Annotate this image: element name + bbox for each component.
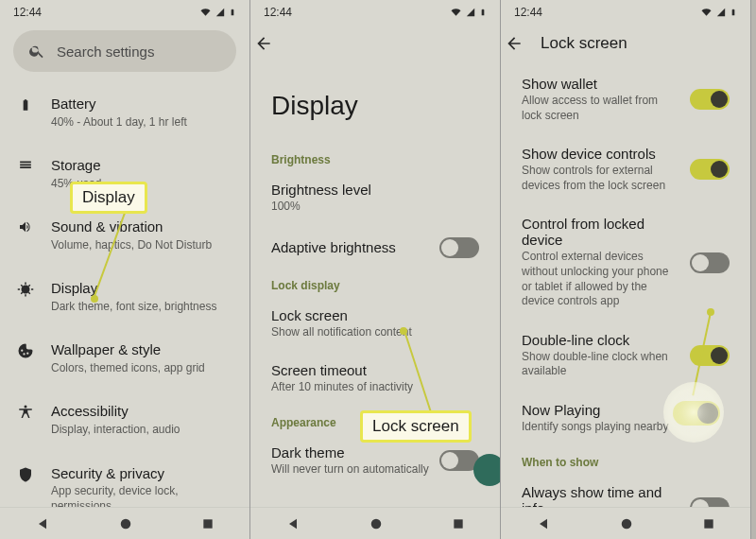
nav-recent-icon[interactable] <box>702 517 715 530</box>
setting-show-device-controls[interactable]: Show device controls Show controls for e… <box>512 134 739 204</box>
section-when-to-show: When to show <box>512 446 739 473</box>
setting-dark-theme[interactable]: Dark theme Will never turn on automatica… <box>262 433 489 489</box>
wifi-icon <box>199 8 212 17</box>
svg-rect-1 <box>204 519 213 528</box>
settings-item-sound[interactable]: Sound & vibration Volume, haptics, Do No… <box>11 204 238 266</box>
svg-point-4 <box>622 518 632 529</box>
header: Lock screen <box>501 25 750 59</box>
setting-sub: Show controls for external devices from … <box>522 164 680 193</box>
setting-title: Always show time and info <box>522 484 680 507</box>
nav-bar <box>250 507 500 539</box>
item-title: Accessibility <box>51 402 232 421</box>
status-time: 12:44 <box>13 6 42 19</box>
storage-icon <box>17 158 34 171</box>
toggle-double-line-clock[interactable] <box>690 345 730 366</box>
item-sub: Dark theme, font size, brightness <box>51 300 232 315</box>
nav-home-icon[interactable] <box>620 517 633 530</box>
page-title: Lock screen <box>541 34 627 53</box>
setting-sub: Allow access to wallet from lock screen <box>522 94 680 123</box>
status-icons <box>450 7 487 18</box>
setting-adaptive-brightness[interactable]: Adaptive brightness <box>262 226 489 270</box>
wifi-icon <box>450 8 462 17</box>
item-title: Wallpaper & style <box>51 340 232 359</box>
setting-brightness-level[interactable]: Brightness level 100% <box>262 170 489 226</box>
nav-bar <box>501 507 750 539</box>
accessibility-icon <box>17 404 34 421</box>
nav-home-icon[interactable] <box>369 517 383 530</box>
setting-lock-screen[interactable]: Lock screen Show all notification conten… <box>262 296 489 352</box>
setting-title: Show device controls <box>522 146 680 162</box>
battery-icon <box>479 7 487 18</box>
setting-show-wallet[interactable]: Show wallet Allow access to wallet from … <box>512 64 739 134</box>
section-appearance: Appearance <box>262 407 489 433</box>
nav-recent-icon[interactable] <box>201 517 215 530</box>
nav-bar <box>0 507 249 539</box>
setting-title: Adaptive brightness <box>271 239 430 255</box>
screen-display-settings: 12:44 Display Brightness Brightness leve… <box>250 0 501 539</box>
nav-home-icon[interactable] <box>119 517 132 530</box>
nav-back-icon[interactable] <box>285 516 301 531</box>
settings-item-accessibility[interactable]: Accessibility Display, interaction, audi… <box>11 389 238 450</box>
item-title: Storage <box>51 156 232 175</box>
search-placeholder: Search settings <box>57 43 154 60</box>
status-bar: 12:44 <box>0 0 249 25</box>
search-input[interactable]: Search settings <box>13 30 236 72</box>
setting-title: Lock screen <box>271 307 479 323</box>
toggle-device-controls[interactable] <box>690 159 730 180</box>
battery-icon <box>229 7 236 18</box>
setting-title: Control from locked device <box>522 216 680 248</box>
item-sub: 40% - About 1 day, 1 hr left <box>51 115 232 130</box>
settings-item-display[interactable]: Display Dark theme, font size, brightnes… <box>11 266 238 327</box>
setting-sub: Show double-line clock when available <box>522 350 680 379</box>
signal-icon <box>716 8 726 17</box>
item-title: Battery <box>51 95 232 113</box>
status-time: 12:44 <box>264 6 292 19</box>
item-title: Display <box>51 279 232 298</box>
item-sub: App security, device lock, permissions <box>51 484 232 507</box>
setting-title: Show wallet <box>522 76 680 92</box>
nav-recent-icon[interactable] <box>452 517 465 530</box>
section-lock-display: Lock display <box>262 270 489 296</box>
status-bar: 12:44 <box>501 0 750 25</box>
svg-rect-5 <box>705 519 713 528</box>
setting-double-line-clock[interactable]: Double-line clock Show double-line clock… <box>512 321 739 391</box>
setting-control-from-locked[interactable]: Control from locked device Control exter… <box>512 204 739 320</box>
item-sub: Display, interaction, audio <box>51 423 232 438</box>
wifi-icon <box>700 8 713 17</box>
nav-back-icon[interactable] <box>35 516 50 531</box>
item-title: Sound & vibration <box>51 217 232 236</box>
toggle-show-wallet[interactable] <box>690 89 730 110</box>
settings-item-wallpaper[interactable]: Wallpaper & style Colors, themed icons, … <box>11 327 238 389</box>
toggle-control-locked[interactable] <box>690 252 730 273</box>
settings-item-battery[interactable]: Battery 40% - About 1 day, 1 hr left <box>11 81 238 143</box>
svg-point-0 <box>121 518 131 529</box>
back-arrow-icon[interactable] <box>505 34 524 53</box>
svg-point-2 <box>371 518 382 529</box>
setting-always-show[interactable]: Always show time and info Increased batt… <box>512 473 739 507</box>
page-title: Display <box>262 59 489 144</box>
item-sub: Volume, haptics, Do Not Disturb <box>51 238 232 253</box>
settings-item-security[interactable]: Security & privacy App security, device … <box>11 451 238 507</box>
setting-sub: Will never turn on automatically <box>271 462 430 478</box>
svg-rect-3 <box>455 519 463 528</box>
setting-title: Brightness level <box>271 182 479 198</box>
toggle-adaptive-brightness[interactable] <box>439 237 479 258</box>
setting-title: Double-line clock <box>522 332 680 348</box>
settings-item-storage[interactable]: Storage 45% used <box>11 143 238 204</box>
nav-back-icon[interactable] <box>536 516 551 531</box>
setting-sub: Control external devices without unlocki… <box>522 250 680 308</box>
setting-sub: After 10 minutes of inactivity <box>271 380 479 395</box>
item-title: Security & privacy <box>51 464 232 483</box>
back-arrow-icon[interactable] <box>254 34 273 53</box>
search-icon <box>28 43 45 60</box>
setting-screen-timeout[interactable]: Screen timeout After 10 minutes of inact… <box>262 351 489 407</box>
setting-title: Dark theme <box>271 444 430 461</box>
setting-title: Screen timeout <box>271 362 479 378</box>
item-sub: Colors, themed icons, app grid <box>51 361 232 376</box>
header <box>250 25 500 59</box>
fab-button[interactable] <box>473 454 501 486</box>
toggle-always-show[interactable] <box>690 497 730 507</box>
setting-sub: 100% <box>271 200 479 215</box>
section-brightness: Brightness <box>262 144 489 170</box>
sound-icon <box>17 219 34 235</box>
